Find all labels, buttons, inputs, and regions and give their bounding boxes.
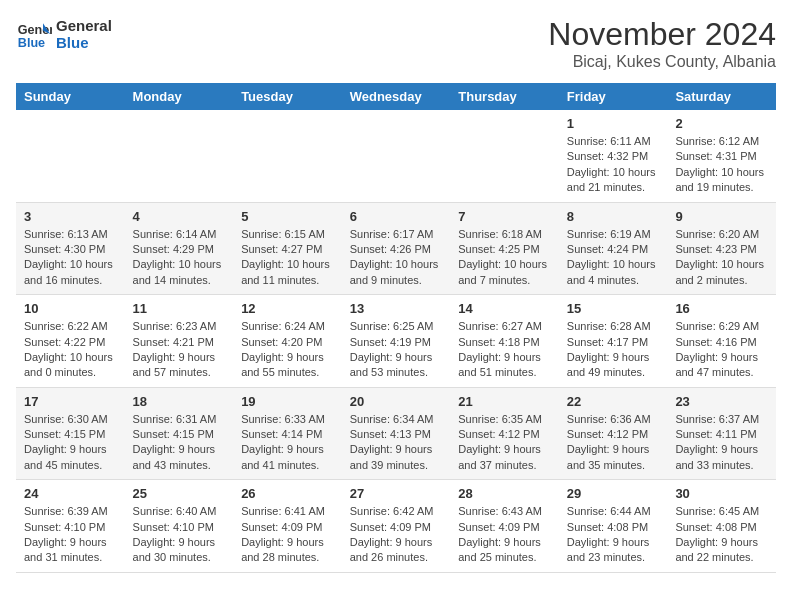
day-number: 3 (24, 209, 117, 224)
day-info: Sunrise: 6:31 AM Sunset: 4:15 PM Dayligh… (133, 412, 226, 474)
col-saturday: Saturday (667, 83, 776, 110)
day-info: Sunrise: 6:13 AM Sunset: 4:30 PM Dayligh… (24, 227, 117, 289)
day-cell: 23Sunrise: 6:37 AM Sunset: 4:11 PM Dayli… (667, 387, 776, 480)
day-cell: 19Sunrise: 6:33 AM Sunset: 4:14 PM Dayli… (233, 387, 342, 480)
day-info: Sunrise: 6:24 AM Sunset: 4:20 PM Dayligh… (241, 319, 334, 381)
day-number: 11 (133, 301, 226, 316)
calendar-table: Sunday Monday Tuesday Wednesday Thursday… (16, 83, 776, 573)
day-info: Sunrise: 6:22 AM Sunset: 4:22 PM Dayligh… (24, 319, 117, 381)
day-info: Sunrise: 6:37 AM Sunset: 4:11 PM Dayligh… (675, 412, 768, 474)
header: General Blue General Blue November 2024 … (16, 16, 776, 71)
day-info: Sunrise: 6:45 AM Sunset: 4:08 PM Dayligh… (675, 504, 768, 566)
day-number: 15 (567, 301, 660, 316)
day-info: Sunrise: 6:18 AM Sunset: 4:25 PM Dayligh… (458, 227, 551, 289)
day-number: 29 (567, 486, 660, 501)
day-info: Sunrise: 6:30 AM Sunset: 4:15 PM Dayligh… (24, 412, 117, 474)
day-info: Sunrise: 6:42 AM Sunset: 4:09 PM Dayligh… (350, 504, 443, 566)
day-cell: 21Sunrise: 6:35 AM Sunset: 4:12 PM Dayli… (450, 387, 559, 480)
day-number: 1 (567, 116, 660, 131)
day-info: Sunrise: 6:41 AM Sunset: 4:09 PM Dayligh… (241, 504, 334, 566)
day-info: Sunrise: 6:25 AM Sunset: 4:19 PM Dayligh… (350, 319, 443, 381)
day-number: 20 (350, 394, 443, 409)
day-info: Sunrise: 6:29 AM Sunset: 4:16 PM Dayligh… (675, 319, 768, 381)
day-number: 25 (133, 486, 226, 501)
day-cell: 30Sunrise: 6:45 AM Sunset: 4:08 PM Dayli… (667, 480, 776, 573)
day-number: 12 (241, 301, 334, 316)
calendar-body: 1Sunrise: 6:11 AM Sunset: 4:32 PM Daylig… (16, 110, 776, 572)
day-info: Sunrise: 6:12 AM Sunset: 4:31 PM Dayligh… (675, 134, 768, 196)
day-number: 8 (567, 209, 660, 224)
day-number: 26 (241, 486, 334, 501)
week-row-3: 10Sunrise: 6:22 AM Sunset: 4:22 PM Dayli… (16, 295, 776, 388)
week-row-2: 3Sunrise: 6:13 AM Sunset: 4:30 PM Daylig… (16, 202, 776, 295)
col-monday: Monday (125, 83, 234, 110)
day-number: 9 (675, 209, 768, 224)
day-number: 23 (675, 394, 768, 409)
day-cell: 15Sunrise: 6:28 AM Sunset: 4:17 PM Dayli… (559, 295, 668, 388)
day-info: Sunrise: 6:34 AM Sunset: 4:13 PM Dayligh… (350, 412, 443, 474)
day-number: 4 (133, 209, 226, 224)
day-cell (125, 110, 234, 202)
day-number: 18 (133, 394, 226, 409)
day-cell: 27Sunrise: 6:42 AM Sunset: 4:09 PM Dayli… (342, 480, 451, 573)
day-cell: 26Sunrise: 6:41 AM Sunset: 4:09 PM Dayli… (233, 480, 342, 573)
week-row-4: 17Sunrise: 6:30 AM Sunset: 4:15 PM Dayli… (16, 387, 776, 480)
day-cell: 14Sunrise: 6:27 AM Sunset: 4:18 PM Dayli… (450, 295, 559, 388)
day-number: 7 (458, 209, 551, 224)
day-number: 27 (350, 486, 443, 501)
day-cell: 11Sunrise: 6:23 AM Sunset: 4:21 PM Dayli… (125, 295, 234, 388)
day-number: 13 (350, 301, 443, 316)
title-area: November 2024 Bicaj, Kukes County, Alban… (548, 16, 776, 71)
day-cell (233, 110, 342, 202)
col-friday: Friday (559, 83, 668, 110)
day-cell: 3Sunrise: 6:13 AM Sunset: 4:30 PM Daylig… (16, 202, 125, 295)
day-info: Sunrise: 6:27 AM Sunset: 4:18 PM Dayligh… (458, 319, 551, 381)
day-cell (342, 110, 451, 202)
logo-line1: General (56, 17, 112, 34)
day-info: Sunrise: 6:11 AM Sunset: 4:32 PM Dayligh… (567, 134, 660, 196)
day-number: 17 (24, 394, 117, 409)
day-info: Sunrise: 6:19 AM Sunset: 4:24 PM Dayligh… (567, 227, 660, 289)
day-cell: 20Sunrise: 6:34 AM Sunset: 4:13 PM Dayli… (342, 387, 451, 480)
day-number: 6 (350, 209, 443, 224)
day-info: Sunrise: 6:28 AM Sunset: 4:17 PM Dayligh… (567, 319, 660, 381)
day-info: Sunrise: 6:40 AM Sunset: 4:10 PM Dayligh… (133, 504, 226, 566)
day-info: Sunrise: 6:39 AM Sunset: 4:10 PM Dayligh… (24, 504, 117, 566)
day-number: 21 (458, 394, 551, 409)
day-cell: 24Sunrise: 6:39 AM Sunset: 4:10 PM Dayli… (16, 480, 125, 573)
day-info: Sunrise: 6:43 AM Sunset: 4:09 PM Dayligh… (458, 504, 551, 566)
day-number: 10 (24, 301, 117, 316)
day-cell: 10Sunrise: 6:22 AM Sunset: 4:22 PM Dayli… (16, 295, 125, 388)
day-info: Sunrise: 6:15 AM Sunset: 4:27 PM Dayligh… (241, 227, 334, 289)
location-title: Bicaj, Kukes County, Albania (548, 53, 776, 71)
day-cell: 17Sunrise: 6:30 AM Sunset: 4:15 PM Dayli… (16, 387, 125, 480)
calendar-header: Sunday Monday Tuesday Wednesday Thursday… (16, 83, 776, 110)
logo: General Blue General Blue (16, 16, 112, 52)
col-tuesday: Tuesday (233, 83, 342, 110)
week-row-5: 24Sunrise: 6:39 AM Sunset: 4:10 PM Dayli… (16, 480, 776, 573)
day-number: 30 (675, 486, 768, 501)
day-cell: 4Sunrise: 6:14 AM Sunset: 4:29 PM Daylig… (125, 202, 234, 295)
day-info: Sunrise: 6:33 AM Sunset: 4:14 PM Dayligh… (241, 412, 334, 474)
day-number: 2 (675, 116, 768, 131)
day-cell: 6Sunrise: 6:17 AM Sunset: 4:26 PM Daylig… (342, 202, 451, 295)
day-cell: 7Sunrise: 6:18 AM Sunset: 4:25 PM Daylig… (450, 202, 559, 295)
day-number: 14 (458, 301, 551, 316)
day-cell: 22Sunrise: 6:36 AM Sunset: 4:12 PM Dayli… (559, 387, 668, 480)
day-number: 19 (241, 394, 334, 409)
month-title: November 2024 (548, 16, 776, 53)
day-number: 24 (24, 486, 117, 501)
day-number: 16 (675, 301, 768, 316)
day-cell: 8Sunrise: 6:19 AM Sunset: 4:24 PM Daylig… (559, 202, 668, 295)
day-cell: 1Sunrise: 6:11 AM Sunset: 4:32 PM Daylig… (559, 110, 668, 202)
col-wednesday: Wednesday (342, 83, 451, 110)
logo-icon: General Blue (16, 16, 52, 52)
day-cell: 5Sunrise: 6:15 AM Sunset: 4:27 PM Daylig… (233, 202, 342, 295)
day-info: Sunrise: 6:17 AM Sunset: 4:26 PM Dayligh… (350, 227, 443, 289)
day-cell: 2Sunrise: 6:12 AM Sunset: 4:31 PM Daylig… (667, 110, 776, 202)
day-number: 5 (241, 209, 334, 224)
week-row-1: 1Sunrise: 6:11 AM Sunset: 4:32 PM Daylig… (16, 110, 776, 202)
day-info: Sunrise: 6:36 AM Sunset: 4:12 PM Dayligh… (567, 412, 660, 474)
day-cell: 9Sunrise: 6:20 AM Sunset: 4:23 PM Daylig… (667, 202, 776, 295)
day-cell: 13Sunrise: 6:25 AM Sunset: 4:19 PM Dayli… (342, 295, 451, 388)
